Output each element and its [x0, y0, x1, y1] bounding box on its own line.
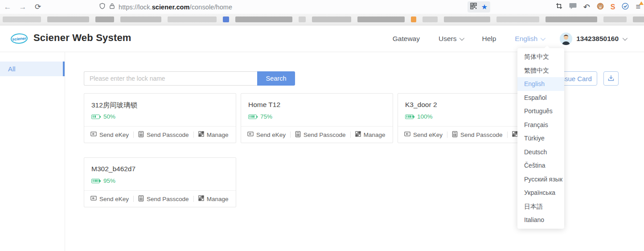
bookmark-redacted[interactable]: [120, 16, 161, 22]
manage-button[interactable]: Manage: [355, 131, 386, 138]
lock-name: M302_b462d7: [91, 165, 135, 173]
bookmark-redacted[interactable]: [47, 16, 89, 22]
monkey-extension-icon[interactable]: [597, 3, 604, 12]
download-button[interactable]: [603, 71, 619, 86]
bookmark-redacted[interactable]: [168, 16, 217, 22]
bookmarks-bar: [0, 14, 644, 25]
search-button[interactable]: Search: [257, 71, 295, 86]
undo-extension-icon[interactable]: ↶: [583, 3, 590, 11]
battery-icon: [248, 115, 257, 119]
bookmark-redacted[interactable]: [235, 16, 292, 22]
bookmark-redacted[interactable]: [3, 16, 41, 22]
nav-language[interactable]: English: [505, 35, 554, 43]
passcode-icon: [138, 195, 144, 203]
divider: [290, 132, 291, 138]
address-bar[interactable]: https://lock.sciener.com/console/home: [94, 1, 237, 12]
battery-percentage: 95%: [103, 177, 115, 184]
language-option[interactable]: Українська: [517, 186, 564, 200]
send-ekey-button[interactable]: Send eKey: [247, 131, 286, 138]
bookmark-redacted[interactable]: [411, 16, 416, 22]
lock-card[interactable]: Home T12 75% Send eKey Send Passcode: [241, 93, 393, 143]
lock-name: K3_door 2: [405, 101, 437, 109]
nav-users[interactable]: Users: [429, 35, 472, 43]
bookmark-redacted[interactable]: [357, 16, 405, 22]
language-option[interactable]: Español: [517, 91, 564, 105]
bookmark-redacted[interactable]: [95, 16, 114, 22]
send-passcode-button[interactable]: Send Passcode: [138, 195, 189, 203]
language-option[interactable]: Русский язык: [517, 173, 564, 186]
account-menu[interactable]: 13423850160: [560, 33, 626, 45]
extensions-area: ↶ S ≡: [556, 0, 640, 14]
bookmark-redacted[interactable]: [312, 16, 351, 22]
language-option[interactable]: Français: [517, 118, 564, 132]
send-ekey-button[interactable]: Send eKey: [90, 131, 129, 138]
divider: [133, 132, 134, 138]
language-option[interactable]: Türkiye: [517, 132, 564, 145]
send-passcode-button[interactable]: Send Passcode: [295, 131, 346, 139]
battery-percentage: 50%: [103, 113, 115, 120]
bookmark-redacted[interactable]: [444, 16, 490, 22]
bookmark-star-icon[interactable]: ★: [481, 4, 488, 11]
manage-button[interactable]: Manage: [198, 131, 229, 138]
divider: [507, 132, 508, 138]
passcode-icon: [452, 131, 458, 139]
language-option[interactable]: Italiano: [517, 213, 564, 227]
bookmark-redacted[interactable]: [603, 16, 627, 22]
lock-icon[interactable]: [109, 3, 115, 11]
battery-icon: [405, 115, 414, 119]
lock-card[interactable]: 312房间玻璃锁 50% Send eKey Send Passcode: [84, 93, 236, 143]
lock-card[interactable]: M302_b462d7 95% Send eKey Send Passcode: [84, 157, 236, 207]
chat-extension-icon[interactable]: [569, 3, 577, 11]
ekey-icon: [90, 131, 97, 138]
avatar: [560, 33, 572, 45]
language-option[interactable]: 简体中文: [517, 50, 564, 64]
qr-code-icon[interactable]: [470, 3, 477, 11]
forward-icon[interactable]: →: [15, 3, 30, 12]
language-option-selected[interactable]: English: [517, 77, 564, 91]
send-passcode-button[interactable]: Send Passcode: [138, 131, 189, 139]
send-ekey-button[interactable]: Send eKey: [90, 195, 129, 202]
bookmark-redacted[interactable]: [299, 16, 306, 22]
reload-icon[interactable]: ⟳: [30, 2, 45, 12]
passcode-icon: [138, 131, 144, 139]
ekey-icon: [90, 195, 97, 202]
language-option[interactable]: Čeština: [517, 159, 564, 173]
divider: [193, 196, 194, 202]
language-option[interactable]: Deutsch: [517, 145, 564, 159]
language-option[interactable]: 繁體中文: [517, 64, 564, 78]
page-title: Sciener Web System: [33, 32, 131, 44]
manage-button[interactable]: Manage: [198, 195, 229, 202]
sidebar-item-all[interactable]: All: [0, 62, 65, 76]
nav-help[interactable]: Help: [472, 35, 505, 43]
language-option[interactable]: Português: [517, 104, 564, 118]
browser-menu-icon[interactable]: ≡: [636, 2, 640, 12]
bookmark-redacted[interactable]: [633, 16, 644, 22]
account-phone: 13423850160: [576, 35, 619, 43]
lock-card-list: 312房间玻璃锁 50% Send eKey Send Passcode: [84, 93, 559, 207]
bookmark-redacted[interactable]: [546, 16, 597, 22]
send-passcode-button[interactable]: Send Passcode: [452, 131, 503, 139]
search-input[interactable]: [84, 71, 257, 86]
nav-gateway[interactable]: Gateway: [383, 35, 429, 43]
download-icon: [607, 74, 615, 83]
grid-icon: [198, 195, 204, 202]
bookmark-redacted[interactable]: [422, 16, 438, 22]
language-option[interactable]: 日本語: [517, 200, 564, 214]
browser-window: ← → ⟳ https://lock.sciener.com/console/h…: [0, 0, 644, 251]
back-icon[interactable]: ←: [0, 3, 15, 12]
shield-icon[interactable]: [99, 3, 106, 12]
lock-name: 312房间玻璃锁: [91, 101, 137, 110]
divider: [133, 196, 134, 202]
check-extension-icon[interactable]: [622, 3, 629, 12]
omnibox-actions: ★: [468, 1, 490, 12]
crop-extension-icon[interactable]: [556, 3, 562, 11]
battery-icon: [91, 115, 100, 119]
divider: [447, 132, 447, 138]
sciener-extension-icon[interactable]: S: [611, 3, 615, 11]
bookmark-redacted[interactable]: [223, 16, 229, 22]
battery-status: 95%: [91, 177, 115, 184]
send-ekey-button[interactable]: Send eKey: [404, 131, 443, 138]
battery-status: 75%: [248, 113, 272, 120]
grid-icon: [198, 131, 204, 138]
bookmark-redacted[interactable]: [496, 16, 539, 22]
